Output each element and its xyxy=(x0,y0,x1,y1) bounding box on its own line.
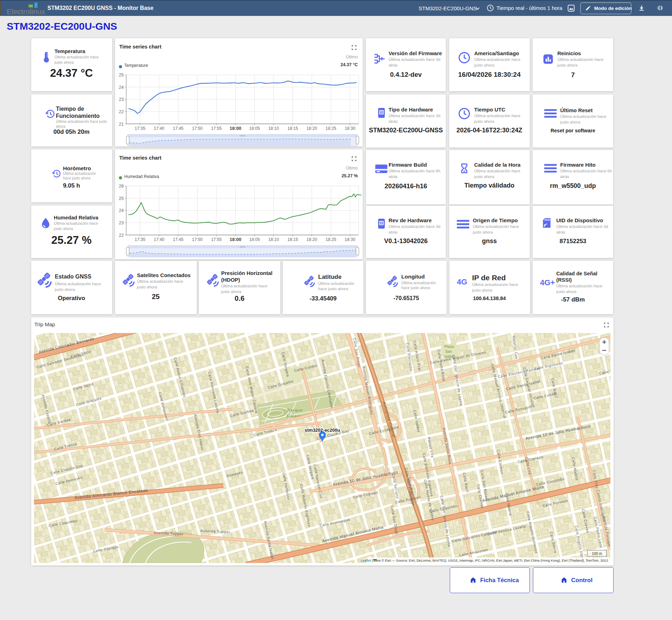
svg-text:17:50: 17:50 xyxy=(192,237,202,242)
svg-text:100 m: 100 m xyxy=(592,551,602,556)
svg-text:Parque: Parque xyxy=(287,408,303,412)
svg-text:18:15: 18:15 xyxy=(287,237,298,242)
svg-text:21: 21 xyxy=(119,122,124,127)
svg-text:22: 22 xyxy=(119,233,124,238)
svg-text:24: 24 xyxy=(119,85,124,90)
svg-text:17:45: 17:45 xyxy=(173,126,183,131)
svg-text:18:25: 18:25 xyxy=(326,126,336,131)
svg-text:22: 22 xyxy=(119,109,124,114)
svg-text:18:00: 18:00 xyxy=(230,126,241,131)
svg-text:Leaflet | Tiles © Esri — Sourc: Leaflet | Tiles © Esri — Source: Esri, D… xyxy=(361,558,608,562)
svg-text:26: 26 xyxy=(119,184,124,189)
svg-text:25: 25 xyxy=(119,73,124,78)
svg-text:18:00: 18:00 xyxy=(230,237,241,242)
svg-text:18:10: 18:10 xyxy=(268,126,279,131)
svg-text:18:15: 18:15 xyxy=(287,126,298,131)
svg-text:23: 23 xyxy=(119,97,124,102)
svg-text:18:30: 18:30 xyxy=(345,126,355,131)
svg-text:17:40: 17:40 xyxy=(154,126,164,131)
svg-text:17:55: 17:55 xyxy=(211,126,222,131)
svg-text:San: San xyxy=(445,349,452,354)
svg-text:17:35: 17:35 xyxy=(135,237,145,242)
svg-text:18:05: 18:05 xyxy=(249,237,260,242)
svg-text:17:55: 17:55 xyxy=(211,237,222,242)
svg-text:24: 24 xyxy=(119,208,124,213)
svg-text:17:40: 17:40 xyxy=(154,237,164,242)
svg-text:18:10: 18:10 xyxy=(268,237,279,242)
svg-text:18:20: 18:20 xyxy=(306,126,317,131)
svg-text:18:30: 18:30 xyxy=(345,237,355,242)
svg-text:17:45: 17:45 xyxy=(173,237,183,242)
svg-text:18:05: 18:05 xyxy=(249,126,260,131)
svg-text:17:50: 17:50 xyxy=(192,126,202,131)
svg-text:18:20: 18:20 xyxy=(306,237,317,242)
svg-text:17:35: 17:35 xyxy=(135,126,145,131)
svg-text:25: 25 xyxy=(119,196,124,201)
svg-text:18:25: 18:25 xyxy=(326,237,336,242)
svg-text:23: 23 xyxy=(119,220,124,225)
svg-text:Plaza: Plaza xyxy=(444,344,454,349)
